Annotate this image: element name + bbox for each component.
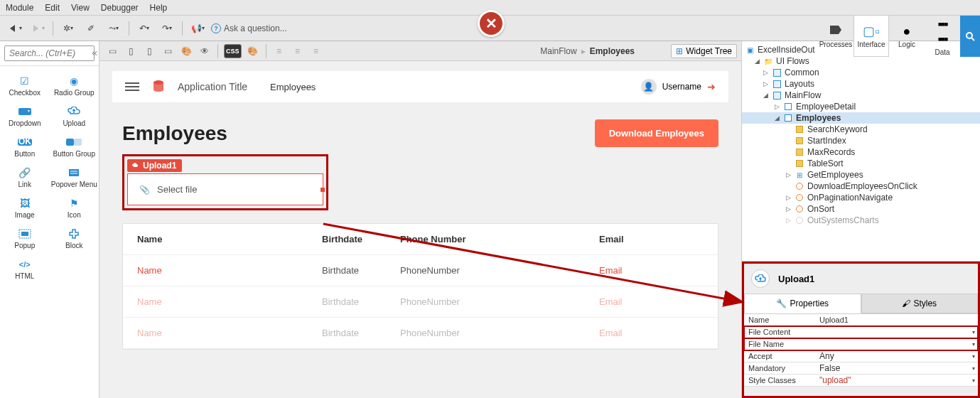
align-left-icon[interactable]: ≡ [272, 44, 286, 58]
prop-row-accept[interactable]: AcceptAny▾ [744, 350, 978, 362]
toolbox-radio-group[interactable]: ◉Radio Group [50, 70, 99, 101]
tree-var-startindex[interactable]: StartIndex [742, 135, 980, 146]
widget-tree-button[interactable]: ⊞ Widget Tree [671, 44, 737, 58]
logout-icon[interactable]: ➜ [707, 81, 716, 92]
menu-view[interactable]: View [71, 3, 90, 13]
toolbox-block[interactable]: Block [50, 223, 99, 254]
styles-icon[interactable]: 🎨 [179, 44, 193, 58]
toolbox-checkbox[interactable]: ☑Checkbox [0, 70, 50, 101]
toolbox-popup[interactable]: Popup [0, 223, 50, 254]
collapse-icon[interactable]: ◢ [753, 58, 760, 65]
tree-layouts[interactable]: ▷Layouts [742, 78, 980, 90]
tree-action-onsort[interactable]: ▷OnSort [742, 203, 980, 215]
device-phone-icon[interactable]: ▯ [142, 44, 156, 58]
resize-handle[interactable] [321, 188, 325, 192]
preview-icon[interactable]: 👁 [198, 44, 212, 58]
undo-icon[interactable]: ↶▾ [135, 19, 154, 38]
expand-icon[interactable]: ▷ [785, 171, 792, 178]
data-tab[interactable]: ▪▪▪▪▪▪ Data [925, 16, 960, 57]
logic-tab[interactable]: ● Logic [889, 16, 925, 57]
col-name-header[interactable]: Name [137, 234, 322, 244]
dropdown-icon[interactable]: ▾ [972, 365, 975, 372]
menu-help[interactable]: Help [150, 3, 168, 13]
interface-tab[interactable]: ▢▫ Interface [854, 16, 889, 57]
tree-outsystems-charts[interactable]: ▷OutSystemsCharts [742, 215, 980, 226]
toolbox-dropdown[interactable]: Dropdown [0, 101, 50, 131]
prop-row-mandatory[interactable]: MandatoryFalse▾ [744, 362, 978, 375]
toolbox-popover-menu[interactable]: Popover Menu [50, 162, 99, 193]
upload-dropzone[interactable]: 📎 Select file [127, 173, 323, 205]
search-button[interactable] [960, 16, 980, 57]
theme-icon[interactable]: 🎨 [246, 44, 260, 58]
device-landscape-icon[interactable]: ▭ [161, 44, 175, 58]
gear-icon[interactable]: ✲▾ [59, 19, 77, 38]
menu-module[interactable]: Module [6, 3, 33, 13]
toolbox-button-group[interactable]: Button Group [50, 131, 99, 162]
properties-tab[interactable]: 🔧Properties [744, 294, 861, 313]
table-row[interactable]: Name Birthdate PhoneNumber Email [123, 255, 718, 286]
toolbox-icon[interactable]: ⚑Icon [50, 193, 99, 223]
expand-icon[interactable]: ▷ [785, 205, 792, 213]
collapse-icon[interactable]: ◢ [773, 114, 780, 122]
toolbox-image[interactable]: 🖼Image [0, 193, 50, 223]
align-right-icon[interactable]: ≡ [309, 44, 323, 58]
dropdown-icon[interactable]: ▾ [972, 353, 975, 360]
col-phone-header[interactable]: Phone Number [400, 234, 599, 244]
toolbox-search-input[interactable] [4, 45, 95, 61]
tree-var-searchkeyword[interactable]: SearchKeyword [742, 124, 980, 135]
prop-row-name[interactable]: NameUpload1 [744, 314, 978, 326]
nav-forward-icon[interactable]: ▾ [28, 19, 47, 38]
prop-row-file-name[interactable]: File Name▾ [744, 338, 978, 350]
tree-var-tablesort[interactable]: TableSort [742, 158, 980, 169]
align-center-icon[interactable]: ≡ [291, 44, 305, 58]
expand-icon[interactable]: ▷ [762, 80, 769, 87]
breadcrumb-parent[interactable]: MainFlow [540, 46, 576, 56]
brush-icon[interactable]: ✐ [82, 19, 100, 38]
dropdown-icon[interactable]: ▾ [972, 341, 975, 348]
ask-question-button[interactable]: ? Ask a question... [211, 23, 287, 33]
nav-employees[interactable]: Employees [270, 82, 316, 92]
toolbox-button[interactable]: OKButton [0, 131, 50, 162]
hamburger-icon[interactable] [125, 82, 139, 91]
tree-common[interactable]: ▷Common [742, 67, 980, 78]
table-row[interactable]: Name Birthdate PhoneNumber Email [123, 286, 718, 318]
tree-mainflow[interactable]: ◢MainFlow [742, 90, 980, 101]
download-employees-button[interactable]: Download Employees [595, 119, 718, 147]
wand-icon[interactable]: ⤳▾ [104, 19, 123, 38]
tree-employees[interactable]: ◢Employees [742, 112, 980, 124]
css-badge[interactable]: CSS [224, 44, 242, 58]
redo-icon[interactable]: ↷▾ [158, 19, 176, 38]
col-birthdate-header[interactable]: Birthdate [322, 234, 400, 244]
menu-debugger[interactable]: Debugger [101, 3, 139, 13]
expand-icon[interactable]: ▷ [762, 69, 769, 76]
menu-edit[interactable]: Edit [45, 3, 60, 13]
upload-widget-selection[interactable]: Upload1 📎 Select file [122, 154, 328, 210]
tree-getemployees[interactable]: ▷⊞GetEmployees [742, 169, 980, 181]
dropdown-icon[interactable]: ▾ [972, 329, 975, 335]
toolbox-html[interactable]: </>HTML [0, 254, 50, 284]
prop-row-file-content[interactable]: File Content▾ [744, 326, 978, 338]
prop-row-style-classes[interactable]: Style Classes"upload"▾ [744, 375, 978, 387]
processes-tab[interactable]: Processes [818, 16, 854, 57]
tree-action-download[interactable]: DownloadEmployeesOnClick [742, 181, 980, 192]
col-email-header[interactable]: Email [599, 234, 699, 244]
table-row[interactable]: Name Birthdate PhoneNumber Email [123, 318, 718, 349]
collapse-icon[interactable]: ◢ [762, 92, 769, 99]
tree-var-maxrecords[interactable]: MaxRecords [742, 146, 980, 158]
expand-icon[interactable]: ▷ [785, 217, 792, 224]
expand-icon[interactable]: ▷ [785, 194, 792, 201]
tree-action-pagination[interactable]: ▷OnPaginationNavigate [742, 192, 980, 203]
megaphone-icon[interactable]: 📢▾ [188, 19, 207, 38]
tree-ui-flows[interactable]: ◢📁UI Flows [742, 55, 980, 67]
nav-back-icon[interactable]: ▾ [6, 19, 24, 38]
device-desktop-icon[interactable]: ▭ [105, 44, 119, 58]
toolbox-link[interactable]: 🔗Link [0, 162, 50, 193]
error-badge-icon[interactable]: ✕ [478, 10, 505, 37]
device-tablet-icon[interactable]: ▯ [124, 44, 138, 58]
dropdown-icon[interactable]: ▾ [972, 377, 975, 384]
collapse-panel-icon[interactable]: « [92, 47, 97, 58]
styles-tab[interactable]: 🖌Styles [861, 294, 979, 313]
expand-icon[interactable]: ▷ [773, 103, 780, 110]
tree-employeedetail[interactable]: ▷EmployeeDetail [742, 101, 980, 112]
toolbox-upload[interactable]: Upload [50, 101, 99, 131]
